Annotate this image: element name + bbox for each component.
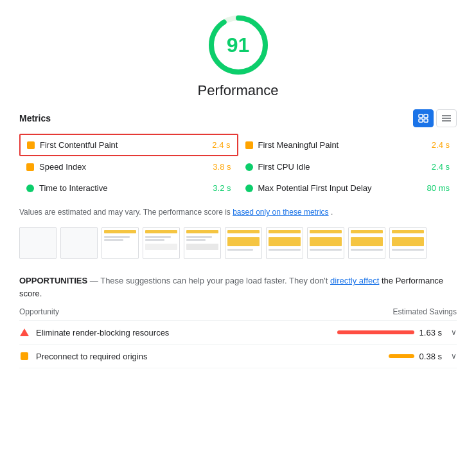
score-label: Performance (198, 82, 279, 99)
chevron-down-icon: ∨ (451, 328, 457, 337)
opp-value: 0.38 s (419, 352, 442, 361)
opp-item-eliminate-render-blocking[interactable]: Eliminate render-blocking resources 1.63… (19, 321, 457, 345)
opp-progress-bar (337, 330, 414, 334)
metric-first-meaningful-paint[interactable]: First Meaningful Paint 2.4 s (238, 134, 457, 156)
opp-value: 1.63 s (419, 328, 442, 338)
info-text-prefix: Values are estimated and may vary. The p… (19, 208, 233, 217)
filmstrip-frame-9 (348, 227, 385, 259)
filmstrip-frame-5 (184, 227, 221, 259)
score-value: 91 (227, 33, 250, 57)
metrics-header: Metrics (19, 109, 457, 127)
metric-max-potential-fid[interactable]: Max Potential First Input Delay 80 ms (238, 177, 457, 199)
metrics-info-text: Values are estimated and may vary. The p… (19, 206, 457, 218)
metric-dot (27, 141, 35, 149)
filmstrip-frame-8 (307, 227, 344, 259)
filmstrip-frame-1 (19, 227, 57, 259)
metric-name: Time to Interactive (39, 183, 207, 193)
filmstrip-frame-6 (225, 227, 262, 259)
svg-rect-4 (419, 119, 423, 122)
opp-bar-wrapper: 1.63 s ∨ (337, 328, 457, 338)
metrics-title: Metrics (19, 113, 51, 123)
metric-first-cpu-idle[interactable]: First CPU Idle 2.4 s (238, 156, 457, 177)
filmstrip-frame-10 (389, 227, 427, 259)
metric-dot (26, 184, 34, 192)
svg-rect-2 (419, 114, 423, 118)
metric-name: First CPU Idle (258, 162, 427, 172)
list-view-toggle[interactable] (436, 109, 457, 127)
metric-dot (245, 163, 253, 171)
metric-time-to-interactive[interactable]: Time to Interactive 3.2 s (19, 177, 238, 199)
svg-rect-5 (424, 119, 428, 122)
triangle-icon (20, 328, 29, 336)
opp-name: Eliminate render-blocking resources (36, 328, 337, 338)
metric-first-contentful-paint[interactable]: First Contentful Paint 2.4 s (19, 134, 238, 156)
opp-item-preconnect[interactable]: Preconnect to required origins 0.38 s ∨ (19, 345, 457, 368)
opp-columns-header: Opportunity Estimated Savings (19, 307, 457, 321)
info-text-suffix: . (331, 208, 333, 217)
metric-value: 3.8 s (213, 162, 231, 172)
metric-dot (245, 141, 253, 149)
opp-header-link[interactable]: directly affect (330, 276, 379, 285)
metric-speed-index[interactable]: Speed Index 3.8 s (19, 156, 238, 177)
filmstrip-frame-3 (101, 227, 139, 259)
filmstrip-frame-2 (60, 227, 98, 259)
metric-value: 3.2 s (213, 183, 231, 193)
metric-name: First Contentful Paint (40, 140, 207, 150)
metric-name: Speed Index (39, 162, 207, 172)
opp-header-gray: — These suggestions can help your page l… (90, 276, 330, 285)
opp-col-savings: Estimated Savings (393, 307, 457, 316)
opp-header-bold: OPPORTUNITIES (19, 276, 87, 285)
metric-name: First Meaningful Paint (258, 140, 427, 150)
metrics-info-link[interactable]: based only on these metrics (233, 208, 328, 217)
metric-value: 80 ms (427, 183, 450, 193)
metric-value: 2.4 s (432, 140, 450, 150)
opp-bar-wrapper: 0.38 s ∨ (389, 352, 457, 361)
filmstrip-frame-4 (143, 227, 180, 259)
opportunities-header: OPPORTUNITIES — These suggestions can he… (19, 274, 457, 300)
score-section: 91 Performance (19, 13, 457, 99)
metrics-section: Metrics First Conte (19, 109, 457, 199)
opp-icon-warning (19, 327, 30, 338)
metrics-grid: First Contentful Paint 2.4 s First Meani… (19, 134, 457, 199)
filmstrip-frame-7 (266, 227, 303, 259)
metric-value: 2.4 s (212, 140, 230, 150)
metric-dot (245, 184, 253, 192)
metric-value: 2.4 s (432, 162, 450, 172)
svg-rect-3 (424, 114, 428, 118)
chevron-down-icon: ∨ (451, 352, 457, 361)
metric-dot (26, 163, 34, 171)
opp-icon-warning-orange (19, 351, 30, 361)
score-circle: 91 (206, 13, 270, 77)
opportunities-section: OPPORTUNITIES — These suggestions can he… (19, 274, 457, 368)
opp-col-opportunity: Opportunity (19, 307, 59, 316)
grid-view-toggle[interactable] (413, 109, 434, 127)
metric-name: Max Potential First Input Delay (258, 183, 422, 193)
filmstrip (19, 227, 457, 262)
opp-progress-bar (389, 354, 414, 358)
view-toggles (413, 109, 457, 127)
opp-name: Preconnect to required origins (36, 352, 389, 361)
square-icon (21, 352, 28, 360)
